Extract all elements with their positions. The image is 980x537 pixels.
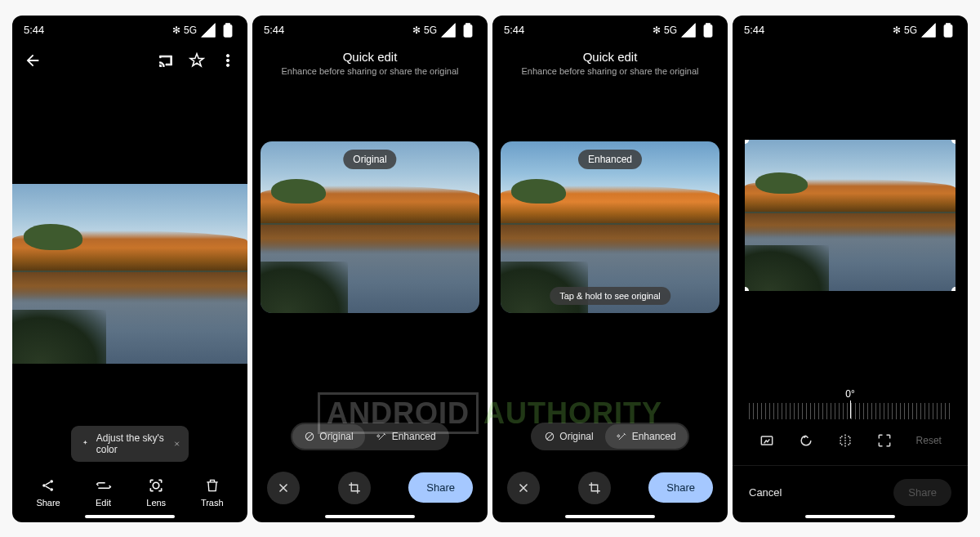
svg-point-6 xyxy=(50,480,53,483)
close-icon[interactable] xyxy=(173,439,180,449)
toggle-original[interactable]: Original xyxy=(532,424,604,449)
wand-icon xyxy=(617,431,628,442)
header-subtitle: Enhance before sharing or share the orig… xyxy=(509,66,711,76)
crop-button[interactable] xyxy=(578,472,611,504)
share-button[interactable]: Share xyxy=(36,477,60,508)
top-toolbar xyxy=(12,42,247,79)
cast-icon[interactable] xyxy=(158,52,174,69)
preview-hint: Tap & hold to see original xyxy=(550,287,670,305)
svg-rect-15 xyxy=(944,25,952,37)
block-icon xyxy=(544,431,555,442)
photo-image xyxy=(12,184,247,364)
enhance-toggle: Original Enhanced xyxy=(252,411,488,457)
close-button[interactable] xyxy=(267,472,300,504)
edit-icon xyxy=(96,477,112,494)
share-button[interactable]: Share xyxy=(648,472,713,503)
trash-button[interactable]: Trash xyxy=(201,477,224,508)
lens-button[interactable]: Lens xyxy=(146,477,166,508)
cancel-button[interactable]: Cancel xyxy=(749,486,782,499)
home-indicator[interactable] xyxy=(325,515,415,518)
signal-icon xyxy=(680,22,697,38)
status-indicators: ✻ 5G xyxy=(172,22,236,38)
screen-crop: 5:44 ✻ 5G 0° xyxy=(733,16,968,522)
home-indicator[interactable] xyxy=(85,515,175,518)
svg-point-4 xyxy=(226,64,229,66)
trash-icon xyxy=(204,477,220,494)
share-button[interactable]: Share xyxy=(408,472,473,503)
suggestion-chip[interactable]: Adjust the sky's color xyxy=(71,426,189,462)
svg-point-2 xyxy=(226,54,229,56)
photo-preview[interactable]: Enhanced Tap & hold to see original xyxy=(501,141,719,313)
preview-badge: Enhanced xyxy=(578,150,642,169)
photo-viewport[interactable] xyxy=(12,79,247,469)
header-subtitle: Enhance before sharing or share the orig… xyxy=(269,66,471,76)
status-indicators: ✻ 5G xyxy=(893,22,956,38)
close-icon xyxy=(516,481,531,495)
status-bar: 5:44 ✻ 5G xyxy=(733,16,968,42)
crop-button[interactable] xyxy=(338,472,371,504)
svg-rect-12 xyxy=(704,25,712,37)
svg-point-5 xyxy=(42,484,46,487)
battery-icon xyxy=(460,22,476,38)
screen-quick-edit-original: 5:44 ✻ 5G Quick edit Enhance before shar… xyxy=(252,16,488,522)
lens-icon xyxy=(148,477,164,494)
rotation-angle: 0° xyxy=(733,388,968,400)
header-title: Quick edit xyxy=(509,50,711,64)
svg-rect-13 xyxy=(706,23,710,25)
signal-icon xyxy=(920,22,937,38)
photo-preview[interactable]: Original xyxy=(261,141,479,313)
screen-photo-viewer: 5:44 ✻ 5G Adjust the sky's color xyxy=(12,16,247,522)
share-button-disabled: Share xyxy=(893,479,951,506)
status-time: 5:44 xyxy=(24,24,44,36)
status-bar: 5:44 ✻ 5G xyxy=(252,16,488,42)
status-time: 5:44 xyxy=(744,24,764,36)
svg-point-8 xyxy=(153,482,159,489)
toggle-original[interactable]: Original xyxy=(292,424,364,449)
crop-icon xyxy=(587,481,602,495)
block-icon xyxy=(304,431,315,442)
close-icon xyxy=(276,481,291,495)
crop-viewport[interactable] xyxy=(745,140,956,291)
crop-controls: 0° Reset xyxy=(733,372,968,465)
suggestion-text: Adjust the sky's color xyxy=(96,432,167,455)
rotate-icon[interactable] xyxy=(798,432,814,449)
crop-handle-br[interactable] xyxy=(951,287,956,291)
toggle-enhanced[interactable]: Enhanced xyxy=(365,424,448,449)
enhance-toggle: Original Enhanced xyxy=(492,411,728,457)
battery-icon xyxy=(700,22,716,38)
svg-point-3 xyxy=(226,59,229,61)
status-bar: 5:44 ✻ 5G xyxy=(492,16,728,42)
back-icon[interactable] xyxy=(24,51,42,69)
home-indicator[interactable] xyxy=(805,515,895,518)
preview-badge: Original xyxy=(343,150,396,169)
signal-icon xyxy=(200,22,216,38)
crop-handle-tr[interactable] xyxy=(951,140,956,144)
star-icon[interactable] xyxy=(189,52,205,69)
svg-rect-16 xyxy=(947,23,951,25)
reset-button[interactable]: Reset xyxy=(916,435,942,446)
status-time: 5:44 xyxy=(504,24,524,36)
bottom-bar: Share xyxy=(492,457,728,522)
bottom-bar: Share xyxy=(252,457,488,522)
svg-point-7 xyxy=(50,488,53,491)
edit-button[interactable]: Edit xyxy=(96,477,112,508)
bottom-actions: Share Edit Lens Trash xyxy=(12,469,247,522)
svg-rect-10 xyxy=(466,23,470,25)
flip-icon[interactable] xyxy=(837,432,853,449)
home-indicator[interactable] xyxy=(565,515,655,518)
status-bar: 5:44 ✻ 5G xyxy=(12,16,247,42)
quick-edit-header: Quick edit Enhance before sharing or sha… xyxy=(252,42,488,92)
status-indicators: ✻ 5G xyxy=(653,22,716,38)
aspect-icon[interactable] xyxy=(759,432,775,449)
battery-icon xyxy=(940,22,956,38)
share-icon xyxy=(40,477,56,494)
status-time: 5:44 xyxy=(264,24,284,36)
quick-edit-header: Quick edit Enhance before sharing or sha… xyxy=(492,42,728,92)
rotation-slider[interactable] xyxy=(749,403,951,419)
more-icon[interactable] xyxy=(220,52,236,69)
close-button[interactable] xyxy=(507,472,540,504)
sparkle-icon xyxy=(81,438,90,450)
toggle-enhanced[interactable]: Enhanced xyxy=(605,424,688,449)
svg-rect-9 xyxy=(464,25,472,37)
expand-icon[interactable] xyxy=(876,432,893,449)
